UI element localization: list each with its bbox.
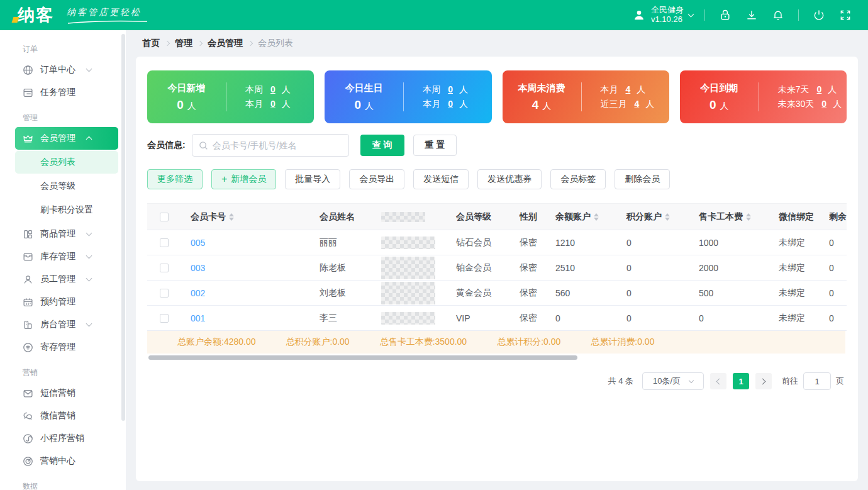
- member-card-no-link[interactable]: 001: [191, 313, 205, 323]
- stat-sub-value[interactable]: 0: [817, 84, 822, 94]
- fullscreen-button[interactable]: [837, 6, 854, 24]
- sidebar-item-goods-management[interactable]: 商品管理: [0, 223, 126, 245]
- sidebar-item-deposit-management[interactable]: 寄存管理: [0, 336, 126, 359]
- stat-sub-label: 本周: [245, 84, 263, 94]
- power-icon: [813, 9, 825, 21]
- goto-page-input[interactable]: [803, 372, 831, 390]
- table-row[interactable]: 001 李三 VIP 保密 0 0 0 未绑定 0: [147, 306, 847, 331]
- stat-sub-value[interactable]: 0: [270, 84, 275, 94]
- member-gender: 保密: [503, 287, 540, 299]
- breadcrumb-member-management[interactable]: 会员管理: [208, 38, 243, 49]
- sidebar-item-wechat-marketing[interactable]: 微信营销: [0, 404, 126, 427]
- page-size-select[interactable]: 10条/页: [642, 372, 704, 390]
- stat-sub-label: 近三月: [601, 99, 627, 109]
- sidebar-subitem-member-level[interactable]: 会员等级: [0, 175, 126, 198]
- prev-page-button[interactable]: [710, 373, 726, 389]
- sms-icon: [23, 388, 33, 399]
- row-checkbox[interactable]: [160, 314, 169, 323]
- account-menu[interactable]: 全民健身 v1.10.26: [632, 6, 693, 25]
- send-coupon-button[interactable]: 发送优惠券: [477, 169, 542, 189]
- delete-member-button[interactable]: 删除会员: [615, 169, 670, 189]
- member-search-box[interactable]: [192, 134, 349, 157]
- chevron-down-icon: [688, 11, 694, 18]
- lock-screen-button[interactable]: [716, 6, 734, 24]
- stat-card-expire-today: 今日到期 0人 未来7天0人 未来30天0人: [680, 70, 847, 123]
- sidebar-item-task-management[interactable]: 任务管理: [0, 81, 126, 104]
- stat-sub-value[interactable]: 0: [448, 99, 453, 109]
- column-header-balance[interactable]: 余额账户: [540, 211, 610, 223]
- more-filter-button[interactable]: 更多筛选: [147, 169, 203, 189]
- member-balance: 560: [540, 288, 610, 298]
- horizontal-scrollbar[interactable]: [147, 355, 845, 360]
- member-card-no-link[interactable]: 003: [191, 263, 205, 273]
- sort-icon[interactable]: [665, 213, 670, 221]
- sort-icon[interactable]: [594, 213, 599, 221]
- sort-icon[interactable]: [229, 213, 234, 221]
- sidebar-item-label: 库存管理: [40, 251, 75, 262]
- download-button[interactable]: [743, 6, 760, 24]
- member-export-button[interactable]: 会员导出: [349, 169, 404, 189]
- app-logo[interactable]: 纳客: [18, 7, 54, 24]
- sidebar-item-miniprogram-marketing[interactable]: 小程序营销: [0, 427, 126, 450]
- notifications-button[interactable]: [769, 6, 787, 24]
- batch-import-button[interactable]: 批量导入: [285, 169, 340, 189]
- sidebar-item-booking-management[interactable]: 预约管理: [0, 291, 126, 313]
- stat-sub-value[interactable]: 0: [821, 99, 826, 109]
- stat-sub-unit: 人: [828, 84, 837, 94]
- stat-sub-value[interactable]: 0: [270, 99, 275, 109]
- stat-sub-value[interactable]: 4: [635, 99, 640, 109]
- sidebar-item-inventory-management[interactable]: 库存管理: [0, 245, 126, 268]
- member-table: 会员卡号 会员姓名 会员等级 性别 余额账户 积分账户 售卡工本费 微信绑定 剩…: [147, 203, 847, 360]
- add-member-button[interactable]: +新增会员: [211, 169, 276, 189]
- send-sms-button[interactable]: 发送短信: [413, 169, 469, 189]
- table-row[interactable]: 005 丽丽 钻石会员 保密 1210 0 1000 未绑定 0: [147, 230, 847, 255]
- sidebar-item-sms-marketing[interactable]: 短信营销: [0, 382, 126, 404]
- query-button[interactable]: 查 询: [360, 135, 404, 156]
- logout-button[interactable]: [810, 6, 828, 24]
- sort-icon[interactable]: [746, 213, 751, 221]
- member-level: 铂金会员: [440, 262, 503, 274]
- sidebar-item-marketing-center[interactable]: 营销中心: [0, 450, 126, 472]
- row-checkbox[interactable]: [160, 238, 169, 247]
- sidebar-item-label: 小程序营销: [40, 433, 84, 444]
- reset-button[interactable]: 重 置: [413, 135, 457, 156]
- fullscreen-icon: [839, 9, 852, 21]
- member-points: 0: [610, 288, 682, 298]
- member-tag-button[interactable]: 会员标签: [550, 169, 606, 189]
- scrollbar-thumb[interactable]: [148, 355, 577, 360]
- column-header-points[interactable]: 积分账户: [610, 211, 682, 223]
- sidebar-scrollbar[interactable]: [121, 34, 125, 421]
- stat-card-title: 本周未消费: [518, 82, 565, 94]
- next-page-button[interactable]: [755, 373, 772, 389]
- member-name: 刘老板: [304, 287, 366, 299]
- actions-row: 更多筛选 +新增会员 批量导入 会员导出 发送短信 发送优惠券 会员标签 删除会…: [147, 169, 847, 189]
- column-header-card-no[interactable]: 会员卡号: [176, 211, 304, 223]
- sidebar-item-room-management[interactable]: 房台管理: [0, 313, 126, 336]
- row-checkbox[interactable]: [160, 289, 169, 298]
- redacted-block: [381, 282, 435, 304]
- sidebar-item-member-management[interactable]: 会员管理: [15, 127, 118, 150]
- sidebar-item-order-center[interactable]: 订单中心: [0, 58, 126, 81]
- search-label: 会员信息:: [147, 140, 186, 151]
- breadcrumb-home[interactable]: 首页: [142, 38, 160, 49]
- breadcrumb-management[interactable]: 管理: [175, 38, 192, 49]
- redacted-block: [381, 312, 435, 325]
- table-row[interactable]: 003 陈老板 铂金会员 保密 2510 0 2000 未绑定 0: [147, 255, 847, 281]
- stat-sub-value[interactable]: 0: [448, 84, 453, 94]
- sidebar-item-staff-management[interactable]: 员工管理: [0, 268, 126, 291]
- member-points: 0: [610, 263, 682, 273]
- sidebar-subitem-member-list[interactable]: 会员列表: [15, 151, 118, 174]
- sidebar-section-label: 订单: [23, 44, 126, 55]
- member-card-no-link[interactable]: 002: [191, 288, 205, 298]
- member-search-input[interactable]: [213, 140, 342, 150]
- breadcrumb-member-list: 会员列表: [258, 38, 293, 49]
- member-level: 钻石会员: [440, 237, 503, 248]
- sidebar-subitem-card-points-settings[interactable]: 刷卡积分设置: [0, 199, 126, 221]
- select-all-checkbox[interactable]: [160, 213, 169, 221]
- member-card-no-link[interactable]: 005: [191, 238, 205, 248]
- column-header-card-fee[interactable]: 售卡工本费: [682, 211, 762, 223]
- page-number-current[interactable]: 1: [733, 373, 749, 389]
- stat-sub-value[interactable]: 4: [626, 84, 631, 94]
- row-checkbox[interactable]: [160, 264, 169, 272]
- table-row[interactable]: 002 刘老板 黄金会员 保密 560 0 500 未绑定 0: [147, 281, 847, 306]
